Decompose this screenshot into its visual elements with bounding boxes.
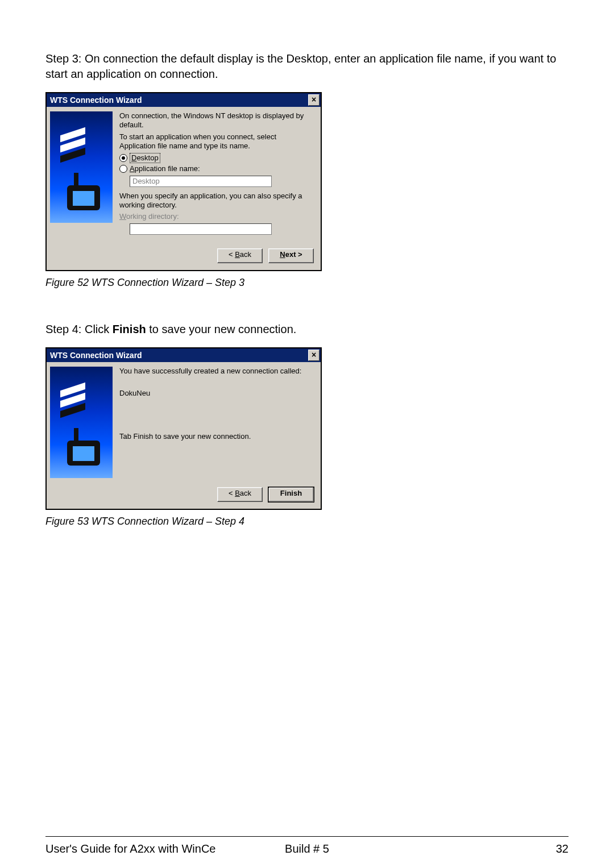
button-row: < Back Finish: [47, 481, 321, 509]
footer-divider: [45, 836, 569, 837]
radio-icon: [119, 154, 127, 162]
wizard-dialog-step3: WTS Connection Wizard × On connection, t…: [45, 92, 322, 271]
figure-52-caption: Figure 52 WTS Connection Wizard – Step 3: [45, 277, 569, 289]
finish-hint: Tab Finish to save your new connection.: [119, 432, 314, 441]
radio-app-label: pplication file name:: [135, 164, 200, 173]
radio-desktop-accel: D: [131, 153, 136, 162]
info-text-2: To start an application when you connect…: [119, 132, 314, 151]
document-page: Step 3: On connection the default displa…: [0, 0, 614, 868]
footer-center: Build # 5: [45, 842, 569, 855]
svg-rect-11: [73, 446, 94, 461]
svg-rect-5: [73, 191, 94, 206]
figure-53-caption: Figure 53 WTS Connection Wizard – Step 4: [45, 516, 569, 528]
info-text-1: On connection, the Windows NT desktop is…: [119, 111, 314, 130]
dialog-content: On connection, the Windows NT desktop is…: [47, 107, 321, 243]
step3-text: Step 3: On connection the default displa…: [45, 51, 569, 82]
wizard-side-graphic: [50, 367, 113, 478]
working-dir-field[interactable]: [130, 223, 272, 235]
radio-desktop-label: esktop: [136, 153, 158, 162]
success-text: You have successfully created a new conn…: [119, 367, 314, 376]
radio-icon: [119, 165, 127, 173]
dialog-title: WTS Connection Wizard: [50, 351, 142, 360]
titlebar: WTS Connection Wizard ×: [47, 348, 321, 362]
step4-text: Step 4: Click Finish to save your new co…: [45, 322, 569, 337]
back-button[interactable]: < Back: [217, 487, 263, 502]
info-text-3: When you specify an application, you can…: [119, 192, 314, 210]
button-row: < Back Next >: [47, 243, 321, 270]
dialog-title: WTS Connection Wizard: [50, 95, 142, 105]
close-icon[interactable]: ×: [308, 350, 320, 361]
page-footer: User's Guide for A2xx with WinCe Build #…: [45, 842, 569, 855]
wizard-side-graphic: [50, 111, 113, 223]
dialog-content: You have successfully created a new conn…: [47, 362, 321, 481]
next-button[interactable]: Next >: [268, 248, 314, 263]
back-button[interactable]: < Back: [217, 248, 263, 263]
wizard-dialog-step4: WTS Connection Wizard × You have success…: [45, 347, 322, 510]
working-dir-label: Working directory:: [119, 212, 314, 221]
titlebar: WTS Connection Wizard ×: [47, 93, 321, 107]
radio-app-file[interactable]: Application file name:: [119, 164, 314, 173]
connection-name: DokuNeu: [119, 389, 314, 398]
finish-button[interactable]: Finish: [268, 487, 314, 502]
radio-app-accel: A: [130, 164, 135, 173]
dialog-text-panel: You have successfully created a new conn…: [119, 367, 314, 478]
close-icon[interactable]: ×: [308, 94, 320, 106]
app-filename-field[interactable]: Desktop: [130, 176, 272, 187]
radio-desktop[interactable]: Desktop: [119, 153, 314, 163]
dialog-text-panel: On connection, the Windows NT desktop is…: [119, 111, 314, 239]
